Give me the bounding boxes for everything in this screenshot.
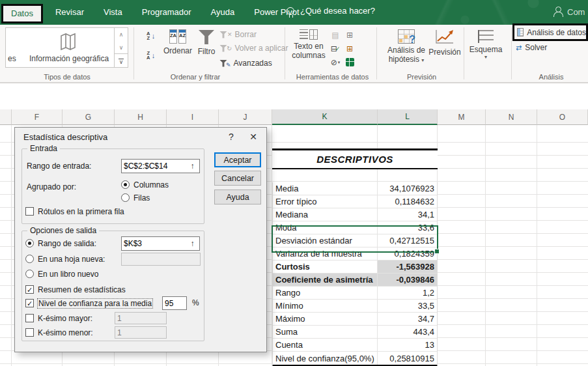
rows-radio[interactable] — [121, 193, 130, 202]
output-range-picker-button[interactable]: ↑ — [186, 236, 200, 251]
stat-row-0[interactable]: Media34,1076923 — [273, 182, 437, 195]
new-workbook-label[interactable]: En un libro nuevo — [38, 270, 98, 279]
dialog-close-button[interactable]: ✕ — [247, 130, 260, 143]
filter-button[interactable]: Filtro — [195, 28, 218, 56]
what-if-analysis-button[interactable]: ? Análisis de hipótesis ▾ — [386, 28, 427, 64]
stat-row-8[interactable]: Rango1,2 — [273, 287, 437, 300]
excel-window: DatosRevisarVistaProgramadorAyudaPower P… — [0, 0, 588, 366]
column-header-F[interactable]: F — [12, 109, 63, 125]
text-to-columns-button[interactable]: Texto en columnas — [290, 28, 327, 60]
column-header-partial[interactable] — [0, 109, 12, 125]
data-analysis-button[interactable]: Análisis de datos — [527, 28, 586, 37]
dialog-help-button[interactable]: ? — [225, 131, 237, 143]
outline-button[interactable]: Esquema ▾ — [468, 28, 504, 60]
stat-row-1[interactable]: Error típico0,1184632 — [273, 195, 437, 208]
kth-largest-checkbox[interactable] — [25, 314, 34, 322]
stat-row-6[interactable]: Curtosis-1,563928 — [273, 260, 437, 274]
remove-duplicates-icon[interactable]: ⊞ — [343, 28, 357, 42]
summary-statistics-checkbox[interactable]: ✓ — [25, 285, 34, 294]
tell-me-box[interactable]: ¿Qué desea hacer? — [287, 6, 375, 16]
data-tools-icon-grid: ▤ ⊞ ⊟✓ ⊞ ⊘▾ — [328, 28, 357, 69]
table-title-cell[interactable]: DESCRIPTIVOS — [272, 148, 438, 169]
confidence-level-checkbox[interactable]: ✓ — [25, 299, 34, 307]
gallery-more-button[interactable]: ∨ — [115, 53, 128, 67]
share-button[interactable]: Com — [553, 7, 588, 17]
outline-icon — [478, 30, 494, 43]
stat-row-7[interactable]: Coeficiente de asimetría-0,039846 — [273, 274, 437, 287]
confidence-level-label[interactable]: Nivel de confianza para la media — [37, 298, 153, 311]
input-range-field[interactable] — [121, 159, 186, 173]
stat-label: Rango — [273, 287, 378, 299]
columns-radio[interactable] — [121, 180, 130, 189]
stat-label: Coeficiente de asimetría — [273, 274, 378, 286]
columns-radio-label[interactable]: Columnas — [133, 180, 169, 190]
sort-button-label: Ordenar — [163, 46, 192, 55]
solver-button[interactable]: ⇄ Solver — [516, 43, 547, 52]
advanced-filter-button[interactable]: ✎ Avanzadas — [219, 58, 272, 68]
stat-label: Mínimo — [273, 300, 378, 312]
output-range-field[interactable] — [121, 236, 186, 251]
cancel-button[interactable]: Cancelar — [214, 171, 261, 186]
sort-ascending-button[interactable]: AZ ↓ — [143, 29, 158, 43]
consolidate-icon[interactable]: ⊞ — [343, 42, 357, 55]
summary-statistics-label[interactable]: Resumen de estadísticas — [38, 285, 126, 294]
help-button[interactable]: Ayuda — [214, 190, 261, 204]
output-range-label[interactable]: Rango de salida: — [38, 239, 96, 248]
labels-first-row-label[interactable]: Rótulos en la primera fila — [38, 207, 124, 216]
stat-row-11[interactable]: Suma443,4 — [273, 326, 437, 339]
stat-label: Curtosis — [273, 260, 378, 273]
stat-row-4[interactable]: Desviación estándar0,42712515 — [273, 234, 437, 247]
kth-smallest-label[interactable]: K-ésimo menor: — [38, 328, 93, 337]
data-validation-dropdown[interactable]: ⊘▾ — [328, 55, 343, 69]
tell-me-text[interactable]: ¿Qué desea hacer? — [300, 6, 375, 16]
column-header-O[interactable]: O — [537, 109, 588, 125]
stat-row-3[interactable]: Moda33,6 — [273, 221, 437, 234]
sort-descending-button[interactable]: ZA ↓ — [143, 48, 158, 63]
map-icon — [57, 31, 79, 53]
stat-row-13[interactable]: Nivel de confianza(95,0%)0,25810915 — [273, 352, 437, 365]
tab-programador[interactable]: Programador — [132, 0, 201, 25]
stat-label: Error típico — [273, 195, 378, 208]
stat-row-10[interactable]: Máximo34,7 — [273, 313, 437, 326]
ok-button[interactable]: Aceptar — [214, 152, 261, 167]
column-header-J[interactable]: J — [219, 109, 272, 125]
gallery-scroll-up-button[interactable]: ∧ — [115, 28, 128, 41]
column-header-L[interactable]: L — [378, 109, 438, 125]
stat-value: 0,1184632 — [378, 195, 437, 208]
column-header-M[interactable]: M — [438, 109, 486, 125]
stat-row-5[interactable]: Varianza de la muestra0,1824359 — [273, 247, 437, 260]
kth-largest-label[interactable]: K-ésimo mayor: — [38, 314, 92, 323]
geography-data-type[interactable]: es Información geográfica — [6, 28, 114, 67]
labels-first-row-checkbox[interactable] — [25, 207, 34, 216]
new-sheet-label[interactable]: En una hoja nueva: — [38, 255, 105, 264]
tab-ayuda[interactable]: Ayuda — [201, 0, 245, 25]
tab-revisar[interactable]: Revisar — [46, 0, 94, 25]
forecast-icon — [434, 29, 455, 46]
new-sheet-radio[interactable] — [25, 255, 34, 263]
stat-row-2[interactable]: Mediana34,1 — [273, 208, 437, 221]
output-range-radio[interactable] — [25, 239, 34, 247]
column-header-H[interactable]: H — [115, 109, 167, 125]
new-workbook-radio[interactable] — [25, 270, 34, 278]
stat-row-12[interactable]: Cuenta13 — [273, 339, 437, 352]
rows-radio-label[interactable]: Filas — [133, 193, 150, 203]
tab-datos[interactable]: Datos — [1, 4, 43, 23]
sort-za-icon: ZA — [146, 51, 151, 60]
data-model-icon[interactable] — [343, 55, 357, 69]
stat-value: 0,42712515 — [378, 234, 437, 247]
gallery-scroll-down-button[interactable]: ∨ — [115, 41, 128, 54]
column-header-K[interactable]: K — [272, 109, 378, 125]
gallery-partial-item[interactable]: es — [8, 54, 16, 63]
sort-button[interactable]: ZA AZ Ordenar — [162, 28, 193, 55]
kth-smallest-checkbox[interactable] — [25, 328, 34, 337]
tab-vista[interactable]: Vista — [94, 0, 132, 25]
forecast-sheet-button[interactable]: Previsión — [427, 28, 462, 57]
column-header-N[interactable]: N — [486, 109, 537, 125]
column-header-I[interactable]: I — [167, 109, 219, 125]
input-range-picker-button[interactable]: ↑ — [186, 159, 200, 173]
column-header-G[interactable]: G — [63, 109, 115, 125]
empty-row[interactable] — [272, 169, 438, 182]
data-validation-icon[interactable]: ⊟✓ — [328, 42, 343, 55]
confidence-level-field[interactable] — [162, 296, 187, 310]
stat-row-9[interactable]: Mínimo33,5 — [273, 300, 437, 313]
